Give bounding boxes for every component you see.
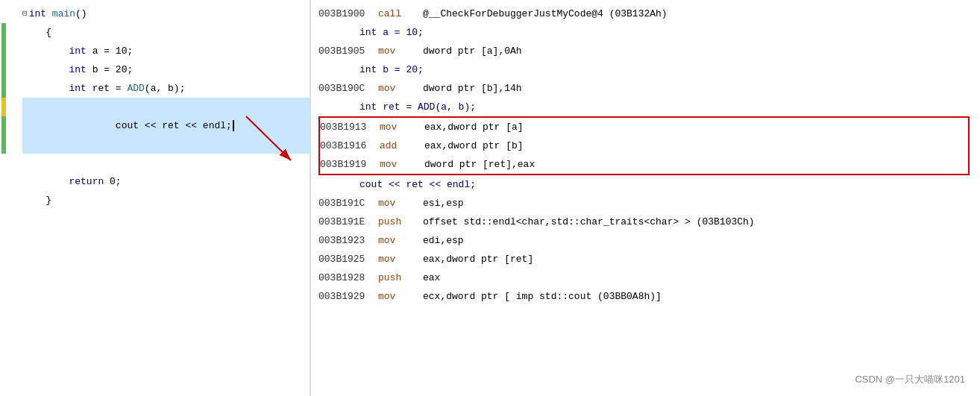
- asm-addr-191e: 003B191E: [318, 213, 378, 231]
- src-ret-mid: ret =: [87, 79, 128, 98]
- asm-args-191c: esi,esp: [423, 194, 464, 213]
- asm-line-1919: 003B1919 mov dword ptr [ret],eax: [320, 155, 968, 174]
- asm-src-a: int a = 10;: [318, 23, 973, 42]
- src-ret-end: (a, b);: [145, 79, 186, 98]
- source-panel: ⊟int main() { int a = 10; int b = 20; in…: [0, 0, 310, 396]
- cursor: [233, 120, 240, 131]
- asm-op-1928: push: [378, 268, 423, 287]
- asm-op-191c: mov: [378, 194, 423, 213]
- close-brace: }: [22, 191, 51, 210]
- asm-args-1928: eax: [423, 268, 440, 287]
- src-a-rest: a = 10;: [87, 42, 133, 60]
- source-code: ⊟int main() { int a = 10; int b = 20; in…: [22, 4, 310, 210]
- keyword-int: int: [29, 4, 46, 23]
- asm-args-1900: @__CheckForDebuggerJustMyCode@4 (03B132A…: [423, 4, 668, 23]
- asm-args-1913: eax,dword ptr [a]: [424, 118, 524, 136]
- gutter-green-bar: [1, 23, 6, 154]
- asm-addr-191c: 003B191C: [318, 194, 378, 213]
- keyword-int-ret: int: [69, 79, 86, 98]
- source-line-open-brace: {: [22, 23, 310, 42]
- asm-op-191e: push: [378, 213, 423, 231]
- asm-line-1925: 003B1925 mov eax,dword ptr [ret]: [318, 250, 973, 268]
- asm-args-191e: offset std::endl<char,std::char_traits<c…: [423, 213, 755, 231]
- source-line-cout: cout << ret << endl;: [22, 98, 310, 154]
- asm-args-1929: ecx,dword ptr [ imp std::cout (03BB0A8h)…: [423, 287, 662, 306]
- function-add: ADD: [127, 79, 144, 98]
- asm-src-cout-text: cout << ret << endl;: [359, 175, 476, 194]
- main-container: ⊟int main() { int a = 10; int b = 20; in…: [0, 0, 980, 396]
- source-line-return: return 0;: [22, 172, 310, 191]
- source-line-main: ⊟int main(): [22, 4, 310, 23]
- asm-op-1905: mov: [378, 42, 423, 60]
- keyword-int-a: int: [69, 42, 86, 60]
- asm-args-190c: dword ptr [b],14h: [423, 79, 522, 98]
- asm-op-1923: mov: [378, 231, 423, 250]
- source-line-b: int b = 20;: [22, 60, 310, 79]
- asm-addr-1900: 003B1900: [318, 4, 378, 23]
- source-line-ret: int ret = ADD(a, b);: [22, 79, 310, 98]
- asm-line-1916: 003B1916 add eax,dword ptr [b]: [320, 136, 968, 155]
- asm-args-1919: dword ptr [ret],eax: [424, 155, 535, 174]
- src-return-val: 0;: [104, 172, 121, 191]
- asm-line-1905: 003B1905 mov dword ptr [a],0Ah: [318, 42, 973, 60]
- asm-line-1913: 003B1913 mov eax,dword ptr [a]: [320, 118, 968, 136]
- asm-src-cout: cout << ret << endl;: [318, 175, 973, 194]
- asm-op-1900: call: [378, 4, 423, 23]
- indent-b: [22, 60, 69, 79]
- asm-args-1905: dword ptr [a],0Ah: [423, 42, 522, 60]
- asm-src-b: int b = 20;: [318, 60, 973, 79]
- asm-line-1928: 003B1928 push eax: [318, 268, 973, 287]
- asm-src-ret-text: int ret = ADD(a, b);: [359, 98, 476, 116]
- asm-line-190c: 003B190C mov dword ptr [b],14h: [318, 79, 973, 98]
- assembly-panel: 003B1900 call @__CheckForDebuggerJustMyC…: [310, 0, 980, 396]
- asm-src-ret: int ret = ADD(a, b);: [318, 98, 973, 116]
- asm-addr-1928: 003B1928: [318, 268, 378, 287]
- asm-addr-1905: 003B1905: [318, 42, 378, 60]
- asm-op-190c: mov: [378, 79, 423, 98]
- keyword-int-b: int: [69, 60, 86, 79]
- blank: [22, 154, 28, 172]
- indent-ret: [22, 79, 69, 98]
- watermark: CSDN @一只大喵咪1201: [855, 370, 965, 389]
- asm-highlight-box: 003B1913 mov eax,dword ptr [a] 003B1916 …: [318, 116, 970, 175]
- asm-op-1925: mov: [378, 250, 423, 268]
- source-line-a: int a = 10;: [22, 42, 310, 60]
- asm-line-1900: 003B1900 call @__CheckForDebuggerJustMyC…: [318, 4, 973, 23]
- gutter: [0, 0, 19, 396]
- indent-a: [22, 42, 69, 60]
- source-line-close-brace: }: [22, 191, 310, 210]
- asm-args-1925: eax,dword ptr [ret]: [423, 250, 533, 268]
- asm-line-191e: 003B191E push offset std::endl<char,std:…: [318, 213, 973, 231]
- indent-return: [22, 172, 69, 191]
- asm-addr-1916: 003B1916: [320, 136, 380, 155]
- gutter-yellow-bar: [1, 98, 6, 116]
- asm-src-b-text: int b = 20;: [359, 60, 424, 79]
- source-line-blank: [22, 154, 310, 172]
- asm-addr-1913: 003B1913: [320, 118, 380, 136]
- asm-line-1929: 003B1929 mov ecx,dword ptr [ imp std::co…: [318, 287, 973, 306]
- asm-line-1923: 003B1923 mov edi,esp: [318, 231, 973, 250]
- asm-addr-190c: 003B190C: [318, 79, 378, 98]
- collapse-icon: ⊟: [22, 4, 28, 23]
- asm-addr-1925: 003B1925: [318, 250, 378, 268]
- asm-addr-1929: 003B1929: [318, 287, 378, 306]
- src-b-rest: b = 20;: [87, 60, 133, 79]
- asm-addr-1923: 003B1923: [318, 231, 378, 250]
- asm-op-1929: mov: [378, 287, 423, 306]
- keyword-return: return: [69, 172, 104, 191]
- src-space: [46, 4, 52, 23]
- src-parens: (): [75, 4, 87, 23]
- asm-addr-1919: 003B1919: [320, 155, 380, 174]
- asm-src-a-text: int a = 10;: [359, 23, 424, 42]
- asm-line-191c: 003B191C mov esi,esp: [318, 194, 973, 213]
- src-cout: cout << ret << endl;: [116, 120, 232, 131]
- asm-op-1916: add: [380, 136, 424, 155]
- asm-args-1916: eax,dword ptr [b]: [424, 136, 524, 155]
- asm-args-1923: edi,esp: [423, 231, 464, 250]
- asm-op-1913: mov: [380, 118, 424, 136]
- indent-cout: [69, 120, 115, 131]
- asm-op-1919: mov: [380, 155, 424, 174]
- open-brace: {: [22, 23, 51, 42]
- function-name: main: [52, 4, 75, 23]
